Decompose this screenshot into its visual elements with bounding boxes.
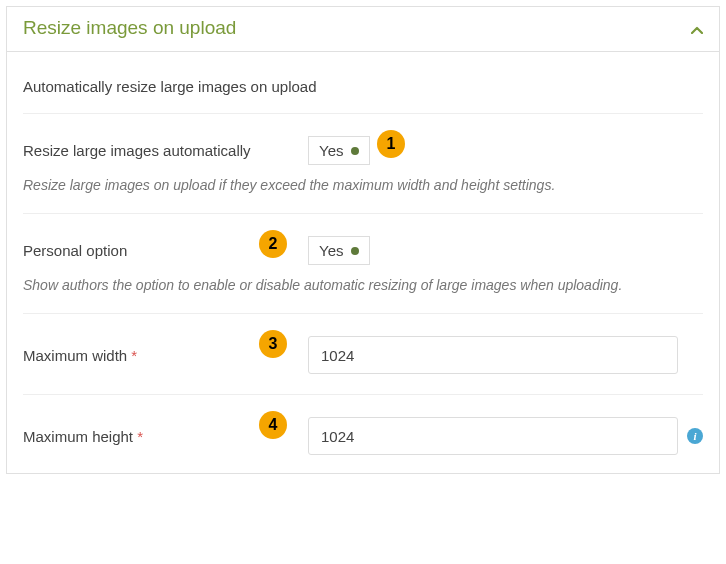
annotation-marker: 4	[259, 411, 287, 439]
personal-option-toggle[interactable]: Yes	[308, 236, 370, 265]
personal-option-label: Personal option	[23, 242, 288, 259]
settings-panel: Resize images on upload Automatically re…	[6, 6, 720, 474]
field-personal-option: Personal option Yes 2 Show authors the o…	[23, 214, 703, 314]
status-on-icon	[351, 147, 359, 155]
auto-resize-toggle[interactable]: Yes	[308, 136, 370, 165]
max-height-input[interactable]	[308, 417, 678, 455]
required-marker: *	[131, 347, 137, 364]
max-height-label: Maximum height *	[23, 428, 288, 445]
field-max-width: Maximum width * 3	[23, 314, 703, 395]
field-auto-resize: Resize large images automatically Yes 1 …	[23, 114, 703, 214]
panel-title: Resize images on upload	[23, 17, 236, 39]
auto-resize-value: Yes	[319, 142, 343, 159]
annotation-marker: 2	[259, 230, 287, 258]
personal-option-value: Yes	[319, 242, 343, 259]
panel-header[interactable]: Resize images on upload	[7, 7, 719, 52]
max-width-label: Maximum width *	[23, 347, 288, 364]
max-width-input[interactable]	[308, 336, 678, 374]
panel-body: Automatically resize large images on upl…	[7, 52, 719, 473]
info-icon[interactable]: i	[687, 428, 703, 444]
status-on-icon	[351, 247, 359, 255]
annotation-marker: 1	[377, 130, 405, 158]
auto-resize-label: Resize large images automatically	[23, 142, 288, 159]
annotation-marker: 3	[259, 330, 287, 358]
auto-resize-help: Resize large images on upload if they ex…	[23, 165, 703, 193]
personal-option-help: Show authors the option to enable or dis…	[23, 265, 703, 293]
panel-intro: Automatically resize large images on upl…	[23, 70, 703, 114]
chevron-up-icon	[691, 20, 703, 37]
field-max-height: Maximum height * 4 i	[23, 395, 703, 455]
required-marker: *	[137, 428, 143, 445]
